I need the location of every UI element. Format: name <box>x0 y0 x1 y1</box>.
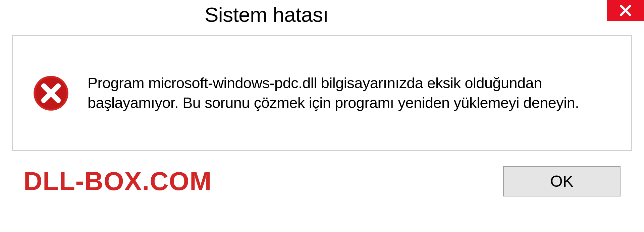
error-message: Program microsoft-windows-pdc.dll bilgis… <box>88 73 611 113</box>
close-icon <box>619 4 632 17</box>
watermark-text: DLL-BOX.COM <box>23 166 212 196</box>
content-panel: Program microsoft-windows-pdc.dll bilgis… <box>12 35 632 151</box>
error-dialog: Sistem hatası Program microsoft-windows-… <box>0 0 644 232</box>
titlebar: Sistem hatası <box>0 0 644 35</box>
dialog-title: Sistem hatası <box>0 0 328 26</box>
ok-button[interactable]: OK <box>503 166 621 196</box>
dialog-footer: DLL-BOX.COM OK <box>0 151 644 196</box>
error-icon <box>33 75 69 111</box>
close-button[interactable] <box>607 0 644 21</box>
